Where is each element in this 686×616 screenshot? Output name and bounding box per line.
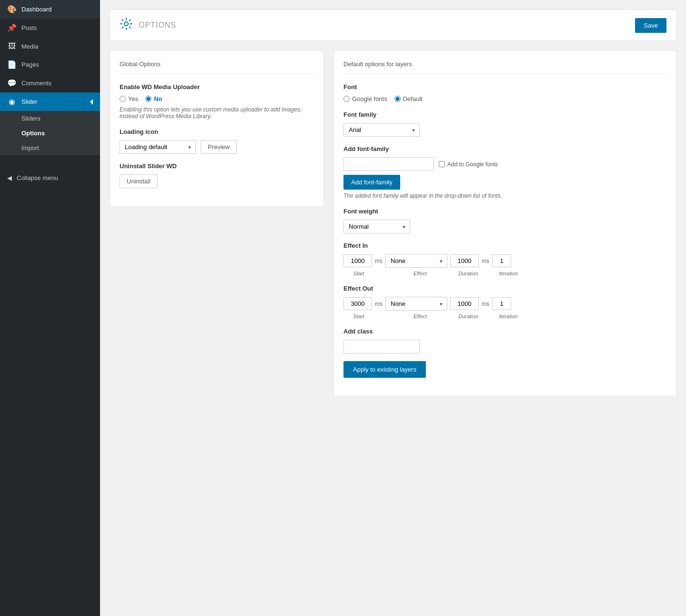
preview-button[interactable]: Preview <box>201 140 237 154</box>
sidebar-item-label: Pages <box>21 61 39 68</box>
effect-in-start-ms: ms <box>375 258 383 264</box>
sidebar-item-dashboard[interactable]: 🎨 Dashboard <box>0 0 100 19</box>
loading-icon-group: Loading icon Loading default Loading cir… <box>120 128 314 154</box>
effect-in-group: Effect In ms None Fade Slide Left Slide … <box>343 242 666 276</box>
loading-icon-label: Loading icon <box>120 128 314 135</box>
add-google-fonts-text: Add to Google fonts <box>447 161 498 168</box>
sidebar-sub-options[interactable]: Options <box>0 126 100 141</box>
global-options-title: Global Options <box>120 61 314 74</box>
iteration-label-in: Iteration <box>499 271 518 276</box>
effect-out-duration-ms: ms <box>482 301 489 307</box>
start-label-in: Start <box>344 271 373 276</box>
add-google-fonts-checkbox[interactable] <box>439 161 445 167</box>
collapse-icon: ◀ <box>7 174 12 182</box>
font-weight-select-wrapper: Normal Bold Lighter Bolder <box>343 220 410 233</box>
add-class-group: Add class Apply to existing layers <box>343 328 666 378</box>
main-content: OPTIONS Save Global Options Enable WD Me… <box>100 0 686 616</box>
effect-out-start-ms: ms <box>375 301 383 307</box>
sidebar-item-slider[interactable]: ◉ Slider <box>0 92 100 111</box>
effect-in-effect-select[interactable]: None Fade Slide Left Slide Right Slide U… <box>385 254 447 268</box>
comments-icon: 💬 <box>7 79 17 88</box>
loading-icon-select-wrapper: Loading default Loading circle Loading d… <box>120 140 196 154</box>
sidebar-item-label: Posts <box>21 24 37 31</box>
effect-in-labels: Start Effect Duration Iteration <box>343 271 666 276</box>
collapse-menu-item[interactable]: ◀ Collapse menu <box>0 170 100 186</box>
add-font-help-text: The added font family will appear in the… <box>343 192 666 199</box>
dashboard-icon: 🎨 <box>7 5 17 14</box>
page-title: OPTIONS <box>139 21 176 30</box>
sidebar-sub-import[interactable]: Import <box>0 141 100 155</box>
add-class-input[interactable] <box>343 340 420 353</box>
font-label: Font <box>343 83 666 91</box>
effect-out-effect-select[interactable]: None Fade Slide Left Slide Right Slide U… <box>385 297 447 311</box>
font-default-radio[interactable] <box>394 96 401 102</box>
save-button[interactable]: Save <box>635 18 666 33</box>
default-options-title: Default options for layers <box>343 61 666 74</box>
font-family-select[interactable]: Arial Helvetica Times New Roman Georgia … <box>343 123 420 137</box>
font-weight-select[interactable]: Normal Bold Lighter Bolder <box>343 220 410 233</box>
effect-out-effect-wrapper: None Fade Slide Left Slide Right Slide U… <box>385 297 447 311</box>
sidebar-item-comments[interactable]: 💬 Comments <box>0 74 100 92</box>
font-default-text: Default <box>403 95 423 102</box>
add-font-group: Add font-family Add to Google fonts Add … <box>343 145 666 199</box>
add-font-label: Add font-family <box>343 145 666 152</box>
sidebar-item-label: Slider <box>21 98 37 105</box>
effect-in-label: Effect In <box>343 242 666 249</box>
media-icon: 🖼 <box>7 42 17 50</box>
add-font-button[interactable]: Add font-family <box>343 175 400 190</box>
effect-in-iteration-input[interactable] <box>492 254 511 267</box>
uploader-yes-label[interactable]: Yes <box>120 95 138 102</box>
effect-label-out: Effect <box>389 313 451 319</box>
effect-label-in: Effect <box>389 271 451 276</box>
font-google-label[interactable]: Google fonts <box>343 95 387 102</box>
enable-uploader-label: Enable WD Media Uploader <box>120 83 314 91</box>
sidebar-item-label: Media <box>21 43 38 50</box>
uploader-no-text: No <box>154 95 162 102</box>
sidebar-item-pages[interactable]: 📄 Pages <box>0 55 100 74</box>
content-row: Global Options Enable WD Media Uploader … <box>110 50 676 396</box>
effect-in-duration-input[interactable] <box>450 254 479 267</box>
collapse-label: Collapse menu <box>17 174 58 182</box>
effect-out-label: Effect Out <box>343 285 666 292</box>
effect-in-start-input[interactable] <box>343 254 372 267</box>
slider-active-arrow <box>90 99 93 105</box>
uploader-yes-text: Yes <box>128 95 138 102</box>
uploader-no-radio[interactable] <box>145 96 151 102</box>
font-default-label[interactable]: Default <box>394 95 423 102</box>
font-add-row: Add to Google fonts <box>343 157 666 171</box>
loading-icon-select[interactable]: Loading default Loading circle Loading d… <box>120 140 196 154</box>
uninstall-button[interactable]: Uninstall <box>120 174 158 188</box>
effect-in-effect-wrapper: None Fade Slide Left Slide Right Slide U… <box>385 254 447 268</box>
iteration-label-out: Iteration <box>499 313 518 319</box>
font-google-radio[interactable] <box>343 96 350 102</box>
page-header: OPTIONS Save <box>110 10 676 41</box>
sidebar: 🎨 Dashboard 📌 Posts 🖼 Media 📄 Pages 💬 Co… <box>0 0 100 616</box>
effect-out-duration-input[interactable] <box>450 297 479 310</box>
add-font-input[interactable] <box>343 157 434 171</box>
posts-icon: 📌 <box>7 23 17 32</box>
options-gear-icon <box>120 17 133 33</box>
default-options-panel: Default options for layers Font Google f… <box>333 50 676 396</box>
effect-out-start-input[interactable] <box>343 297 372 310</box>
svg-point-0 <box>124 22 128 26</box>
start-label-out: Start <box>344 313 373 319</box>
uploader-yes-radio[interactable] <box>120 96 126 102</box>
effect-out-labels: Start Effect Duration Iteration <box>343 313 666 319</box>
sidebar-item-media[interactable]: 🖼 Media <box>0 37 100 55</box>
apply-to-layers-button[interactable]: Apply to existing layers <box>343 361 426 378</box>
uninstall-label: Uninstall Slider WD <box>120 162 314 170</box>
font-family-group: Font family Arial Helvetica Times New Ro… <box>343 111 666 137</box>
slider-icon: ◉ <box>7 97 17 106</box>
header-left: OPTIONS <box>120 17 176 33</box>
effect-out-group: Effect Out ms None Fade Slide Left Slide… <box>343 285 666 319</box>
global-options-panel: Global Options Enable WD Media Uploader … <box>110 50 324 207</box>
font-radio-group: Google fonts Default <box>343 95 666 102</box>
add-google-fonts-label[interactable]: Add to Google fonts <box>439 161 498 168</box>
uploader-no-label[interactable]: No <box>145 95 162 102</box>
font-family-select-wrapper: Arial Helvetica Times New Roman Georgia … <box>343 123 420 137</box>
duration-label-in: Duration <box>454 271 483 276</box>
sidebar-item-posts[interactable]: 📌 Posts <box>0 19 100 37</box>
effect-out-iteration-input[interactable] <box>492 297 511 310</box>
uploader-help-text: Enabling this option lets you use custom… <box>120 106 314 120</box>
sidebar-sub-sliders[interactable]: Sliders <box>0 111 100 126</box>
